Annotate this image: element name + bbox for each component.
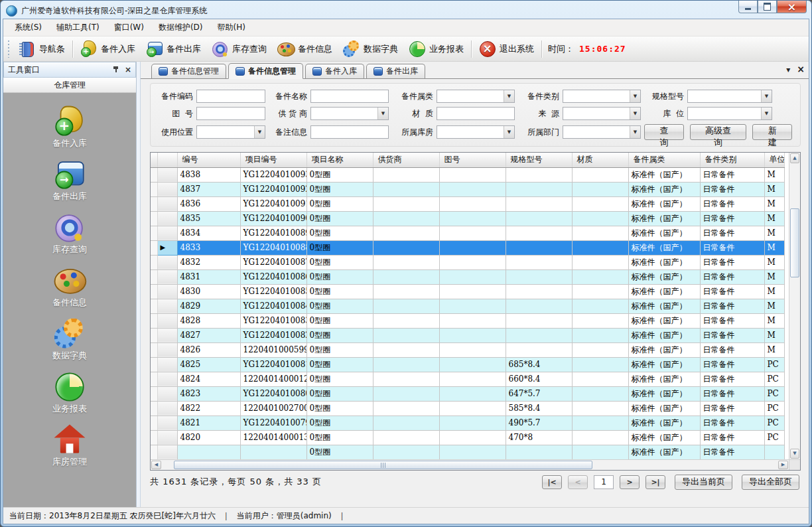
column-header[interactable]: 规格型号 (506, 153, 572, 167)
toolbar-button-exit[interactable]: 退出系统 (474, 38, 539, 60)
dropdown-arrow-icon[interactable] (630, 90, 640, 102)
column-header[interactable]: 编号 (177, 153, 240, 167)
horizontal-scrollbar[interactable] (151, 459, 789, 470)
field-combo[interactable] (563, 107, 641, 120)
field-combo[interactable] (310, 107, 389, 120)
sidebar-item-report[interactable]: 业务报表 (30, 372, 109, 415)
next-page-button[interactable]: > (620, 475, 640, 489)
column-header[interactable]: 材质 (572, 153, 628, 167)
menu-item[interactable]: 系统(S) (7, 19, 49, 36)
tab-active[interactable]: 备件信息管理 (228, 63, 303, 79)
query-button[interactable]: 查询 (644, 124, 684, 140)
export-current-page-button[interactable]: 导出当前页 (675, 475, 732, 490)
tab-item[interactable]: 备件信息管理 (151, 64, 226, 78)
table-row[interactable]: 4830YG122040100850型圈标准件（国产）日常备件M (151, 284, 784, 299)
table-row[interactable]: 4832YG122040100870型圈标准件（国产）日常备件M (151, 255, 784, 269)
sidebar-item-dict[interactable]: 数据字典 (30, 319, 109, 362)
column-header[interactable]: 单位 (764, 153, 784, 167)
table-row[interactable]: 4836YG122040100910型圈标准件（国产）日常备件M (151, 196, 784, 211)
table-row[interactable]: 4829YG122040100840型圈标准件（国产）日常备件M (151, 299, 784, 313)
table-row[interactable]: 482612204010005990型圈标准件（国产）日常备件M (151, 342, 784, 357)
sidebar-item-info[interactable]: 备件信息 (30, 265, 109, 309)
menu-item[interactable]: 帮助(H) (210, 19, 253, 36)
vertical-scroll-track[interactable] (790, 163, 799, 449)
toolbar-button-dict[interactable]: 数据字典 (338, 38, 403, 60)
close-button[interactable] (777, 1, 807, 13)
field-input[interactable] (310, 125, 389, 139)
horizontal-scroll-thumb[interactable] (174, 461, 592, 469)
dropdown-arrow-icon[interactable] (504, 90, 514, 102)
sidebar-item-stock-out[interactable]: 备件出库 (30, 159, 109, 202)
toolbar-button-info[interactable]: 备件信息 (272, 38, 338, 60)
field-input[interactable] (437, 107, 515, 120)
current-page-box[interactable]: 1 (594, 475, 614, 489)
toolbar-button-stock-out[interactable]: 备件出库 (141, 38, 206, 60)
table-row[interactable]: 4823YG122040100800型圈647*5.7标准件（国产）日常备件PC (151, 386, 784, 401)
field-combo[interactable] (687, 107, 772, 120)
tab-item[interactable]: 备件入库 (305, 64, 364, 78)
column-header[interactable]: 供货商 (373, 153, 439, 167)
table-row[interactable]: 0型圈标准件（国产）日常备件 (151, 445, 784, 459)
field-combo[interactable] (437, 125, 515, 139)
table-row[interactable]: 4825YG122040100810型圈685*8.4标准件（国产）日常备件PC (151, 357, 784, 372)
export-all-pages-button[interactable]: 导出全部页 (742, 475, 799, 490)
table-row[interactable]: 4827YG122040100820型圈标准件（国产）日常备件M (151, 328, 784, 342)
table-row[interactable]: 4838YG122040100930型圈标准件（国产）日常备件M (151, 167, 784, 182)
menu-item[interactable]: 窗口(W) (107, 19, 151, 36)
column-header[interactable]: 备件属类 (628, 153, 700, 167)
scroll-left-icon[interactable] (151, 461, 161, 469)
tab-item[interactable]: 备件出库 (366, 64, 425, 78)
tab-list-dropdown-icon[interactable] (786, 62, 790, 75)
menu-item[interactable]: 辅助工具(T) (49, 19, 107, 36)
table-row[interactable]: 4828YG122040100830型圈标准件（国产）日常备件M (151, 313, 784, 328)
scroll-up-icon[interactable] (790, 153, 799, 163)
minimize-button[interactable] (738, 1, 758, 13)
field-input[interactable] (196, 107, 265, 120)
vertical-scroll-thumb[interactable] (790, 208, 799, 277)
sidebar-item-house[interactable]: 库房管理 (30, 425, 109, 468)
first-page-button[interactable]: |< (542, 475, 562, 489)
dropdown-arrow-icon[interactable] (630, 108, 640, 119)
toolbar-button-stock-in[interactable]: 备件入库 (75, 38, 141, 60)
column-header[interactable]: 图号 (439, 153, 506, 167)
dropdown-arrow-icon[interactable] (630, 126, 640, 138)
table-row[interactable]: 482012204014000130型圈470*8标准件（国产）日常备件PC (151, 430, 784, 445)
new-button[interactable]: 新建 (752, 124, 792, 140)
dropdown-arrow-icon[interactable] (254, 126, 265, 138)
toolbar-grip-icon[interactable] (7, 40, 11, 58)
column-header[interactable]: 项目名称 (306, 153, 373, 167)
toolbar-button-report[interactable]: 业务报表 (403, 38, 469, 60)
prev-page-button[interactable]: < (568, 475, 588, 489)
dropdown-arrow-icon[interactable] (377, 108, 388, 119)
toolbar-button-query[interactable]: 库存查询 (206, 38, 272, 60)
column-header[interactable]: 项目编号 (240, 153, 306, 167)
table-row[interactable]: 4834YG122040100890型圈标准件（国产）日常备件M (151, 226, 784, 240)
table-row[interactable]: 4833YG122040100880型圈标准件（国产）日常备件M (151, 240, 784, 255)
table-row[interactable]: 482212204010027000型圈585*8.4标准件（国产）日常备件PC (151, 401, 784, 415)
sidebar-item-stock-in[interactable]: 备件入库 (30, 106, 109, 149)
field-input[interactable] (196, 90, 265, 103)
dropdown-arrow-icon[interactable] (761, 108, 772, 119)
field-input[interactable] (310, 90, 389, 103)
field-combo[interactable] (196, 125, 265, 139)
toolbar-button-navbar[interactable]: 导航条 (13, 38, 70, 60)
scroll-down-icon[interactable] (790, 449, 799, 459)
panel-close-icon[interactable]: × (125, 66, 131, 74)
maximize-button[interactable] (758, 1, 777, 13)
table-row[interactable]: 4831YG122040100860型圈标准件（国产）日常备件M (151, 269, 784, 284)
scroll-right-icon[interactable] (778, 461, 788, 469)
field-combo[interactable] (687, 90, 772, 103)
dropdown-arrow-icon[interactable] (761, 90, 772, 102)
table-row[interactable]: 4835YG122040100900型圈标准件（国产）日常备件M (151, 211, 784, 226)
field-combo[interactable] (563, 125, 641, 139)
horizontal-scroll-track[interactable] (162, 461, 778, 469)
field-combo[interactable] (437, 90, 515, 103)
menu-item[interactable]: 数据维护(D) (151, 19, 210, 36)
last-page-button[interactable]: >| (645, 475, 665, 489)
pin-icon[interactable] (113, 66, 119, 74)
dropdown-arrow-icon[interactable] (504, 126, 514, 138)
field-combo[interactable] (563, 90, 641, 103)
advanced-query-button[interactable]: 高级查询 (690, 124, 747, 140)
table-row[interactable]: 4821YG122040100790型圈490*5.7标准件（国产）日常备件PC (151, 415, 784, 430)
tab-close-icon[interactable] (797, 62, 805, 75)
